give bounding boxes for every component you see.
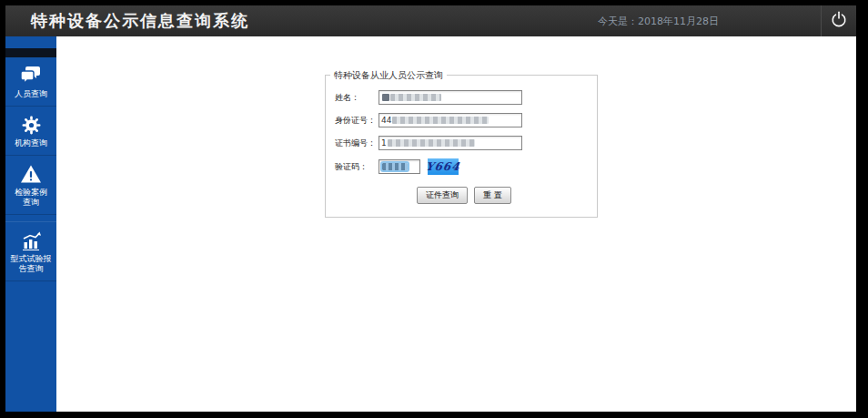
- captcha-row: 验证码： Y664: [335, 158, 588, 175]
- power-icon: [829, 9, 849, 33]
- reset-button[interactable]: 重 置: [474, 187, 511, 204]
- redacted-name-start: [382, 94, 389, 101]
- date-label: 今天是：: [598, 15, 638, 27]
- id-number-input[interactable]: 44: [378, 113, 522, 127]
- redacted-cert-value: [388, 139, 475, 147]
- warning-triangle-icon: [7, 163, 55, 185]
- page-title: 特种设备公示信息查询系统: [5, 10, 249, 32]
- name-input[interactable]: [378, 90, 522, 105]
- sidebar-item-label-line2: 告查询: [7, 264, 55, 274]
- sidebar-divider-band: [5, 48, 56, 57]
- date-value: 2018年11月28日: [638, 15, 719, 27]
- sidebar-item-label: 机构查询: [7, 138, 55, 148]
- sidebar-item-inspection-case-query[interactable]: 检验案例 查询: [5, 156, 56, 215]
- id-number-label: 身份证号：: [335, 115, 378, 127]
- app-frame: 特种设备公示信息查询系统 今天是：2018年11月28日: [5, 5, 856, 412]
- name-label: 姓名：: [335, 92, 378, 104]
- cert-value-prefix: 1: [381, 138, 387, 148]
- sidebar-nav: 人员查询: [5, 36, 56, 412]
- id-value-prefix: 44: [381, 116, 391, 125]
- main-panel: 特种设备从业人员公示查询 姓名： 身份证号： 44: [56, 36, 856, 412]
- chat-bubbles-icon: [7, 65, 55, 87]
- captcha-input[interactable]: [378, 159, 420, 174]
- form-legend: 特种设备从业人员公示查询: [330, 69, 447, 82]
- redacted-name-value: [390, 94, 441, 101]
- captcha-label: 验证码：: [335, 161, 378, 173]
- captcha-text: Y664: [425, 160, 461, 173]
- gear-icon: [7, 114, 55, 136]
- sidebar-item-type-test-report-query[interactable]: 型式试验报 告查询: [5, 221, 56, 281]
- sidebar-item-label-line2: 查询: [7, 198, 55, 208]
- certificate-number-input[interactable]: 1: [378, 136, 522, 150]
- current-date: 今天是：2018年11月28日: [598, 15, 719, 28]
- bar-chart-icon: [7, 229, 55, 251]
- logout-button[interactable]: [821, 5, 856, 36]
- header-right: 今天是：2018年11月28日: [598, 5, 856, 36]
- sidebar-item-label-line1: 型式试验报: [7, 254, 55, 264]
- personnel-query-form: 特种设备从业人员公示查询 姓名： 身份证号： 44: [325, 75, 598, 218]
- page: 特种设备公示信息查询系统 今天是：2018年11月28日: [0, 0, 868, 418]
- sidebar-top-strip: [5, 36, 56, 48]
- certificate-number-label: 证书编号：: [335, 138, 378, 149]
- certificate-query-button[interactable]: 证件查询: [417, 187, 468, 204]
- sidebar-item-label-line1: 检验案例: [7, 188, 55, 198]
- sidebar-item-label: 人员查询: [7, 89, 55, 99]
- form-buttons: 证件查询 重 置: [335, 187, 588, 204]
- content-area: 人员查询: [5, 36, 856, 412]
- sidebar-item-personnel-query[interactable]: 人员查询: [5, 57, 56, 107]
- id-number-row: 身份证号： 44: [335, 113, 588, 127]
- redacted-id-value: [392, 117, 489, 124]
- name-row: 姓名：: [335, 90, 588, 105]
- header-bar: 特种设备公示信息查询系统 今天是：2018年11月28日: [5, 5, 856, 36]
- redacted-captcha-value: [382, 163, 408, 170]
- certificate-number-row: 证书编号： 1: [335, 136, 588, 150]
- captcha-image[interactable]: Y664: [428, 158, 459, 175]
- sidebar-item-organization-query[interactable]: 机构查询: [5, 107, 56, 156]
